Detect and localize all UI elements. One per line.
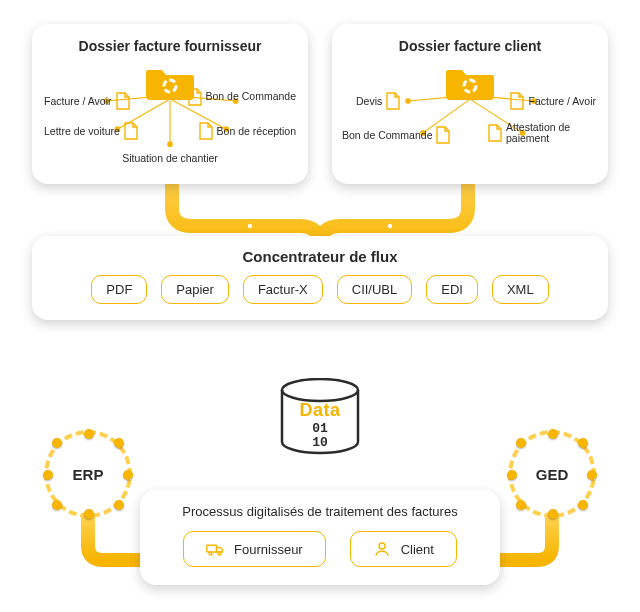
format-pdf: PDF bbox=[91, 275, 147, 304]
label-situation-chantier: Situation de chantier bbox=[122, 152, 218, 164]
svg-point-2 bbox=[318, 346, 322, 350]
item-client-bon-commande: Bon de Commande bbox=[342, 126, 450, 144]
data-store: Data 01 10 bbox=[277, 378, 363, 456]
client-process-pill: Client bbox=[350, 531, 457, 567]
user-icon bbox=[373, 540, 391, 558]
document-icon bbox=[116, 92, 130, 110]
item-client-facture-avoir: Facture / Avoir bbox=[510, 92, 596, 110]
svg-point-28 bbox=[379, 543, 385, 549]
format-xml: XML bbox=[492, 275, 549, 304]
format-papier: Papier bbox=[161, 275, 229, 304]
hub-title: Concentrateur de flux bbox=[48, 248, 592, 265]
processing-title: Processus digitalisés de traitement des … bbox=[160, 504, 480, 519]
format-facturx: Factur-X bbox=[243, 275, 323, 304]
label-lettre-voiture: Lettre de voiture bbox=[44, 125, 120, 137]
svg-point-26 bbox=[209, 552, 212, 555]
truck-icon bbox=[206, 540, 224, 558]
document-icon bbox=[510, 92, 524, 110]
supplier-process-pill: Fournisseur bbox=[183, 531, 326, 567]
svg-point-0 bbox=[248, 224, 252, 228]
data-binary-bottom: 10 bbox=[277, 436, 363, 450]
document-icon bbox=[124, 122, 138, 140]
item-bon-reception: Bon de réception bbox=[199, 122, 296, 140]
client-spokes bbox=[348, 64, 592, 168]
label-client-bon-commande: Bon de Commande bbox=[342, 129, 432, 141]
label-devis: Devis bbox=[356, 95, 382, 107]
format-row: PDF Papier Factur-X CII/UBL EDI XML bbox=[48, 275, 592, 304]
svg-point-3 bbox=[318, 470, 322, 474]
item-situation-chantier: Situation de chantier bbox=[122, 152, 218, 164]
item-bon-commande: Bon de Commande bbox=[188, 88, 296, 106]
client-process-label: Client bbox=[401, 542, 434, 557]
svg-line-16 bbox=[408, 95, 470, 101]
format-edi: EDI bbox=[426, 275, 478, 304]
supplier-folder-scene: Facture / Avoir Bon de Commande Lettre d… bbox=[48, 64, 292, 168]
supplier-dossier-card: Dossier facture fournisseur Facture / Av… bbox=[32, 24, 308, 184]
document-icon bbox=[386, 92, 400, 110]
svg-point-1 bbox=[388, 224, 392, 228]
ged-label: GED bbox=[508, 430, 596, 518]
processing-card: Processus digitalisés de traitement des … bbox=[140, 490, 500, 585]
label-client-facture-avoir: Facture / Avoir bbox=[528, 95, 596, 107]
document-icon bbox=[188, 88, 202, 106]
svg-point-14 bbox=[168, 142, 173, 147]
document-icon bbox=[488, 124, 502, 142]
data-binary-top: 01 bbox=[277, 422, 363, 436]
svg-rect-25 bbox=[207, 545, 217, 552]
svg-point-17 bbox=[406, 99, 411, 104]
document-icon bbox=[436, 126, 450, 144]
label-bon-reception: Bon de réception bbox=[217, 125, 296, 137]
erp-label: ERP bbox=[44, 430, 132, 518]
item-facture-avoir: Facture / Avoir bbox=[44, 92, 130, 110]
format-ciiubl: CII/UBL bbox=[337, 275, 413, 304]
supplier-process-label: Fournisseur bbox=[234, 542, 303, 557]
client-dossier-card: Dossier facture client Devis Fac bbox=[332, 24, 608, 184]
item-devis: Devis bbox=[356, 92, 400, 110]
label-attestation-paiement: Attestation de paiement bbox=[506, 122, 598, 144]
flow-hub: Concentrateur de flux PDF Papier Factur-… bbox=[32, 236, 608, 320]
erp-node: ERP bbox=[44, 430, 132, 518]
ged-node: GED bbox=[508, 430, 596, 518]
client-folder-scene: Devis Facture / Avoir Bon de Commande At… bbox=[348, 64, 592, 168]
item-lettre-voiture: Lettre de voiture bbox=[44, 122, 138, 140]
label-bon-commande: Bon de Commande bbox=[206, 91, 296, 102]
data-binary: 01 10 bbox=[277, 422, 363, 449]
supplier-dossier-title: Dossier facture fournisseur bbox=[48, 38, 292, 54]
document-icon bbox=[199, 122, 213, 140]
item-attestation-paiement: Attestation de paiement bbox=[488, 122, 598, 144]
client-dossier-title: Dossier facture client bbox=[348, 38, 592, 54]
data-label: Data bbox=[277, 400, 363, 421]
label-facture-avoir: Facture / Avoir bbox=[44, 95, 112, 107]
svg-point-27 bbox=[218, 552, 221, 555]
